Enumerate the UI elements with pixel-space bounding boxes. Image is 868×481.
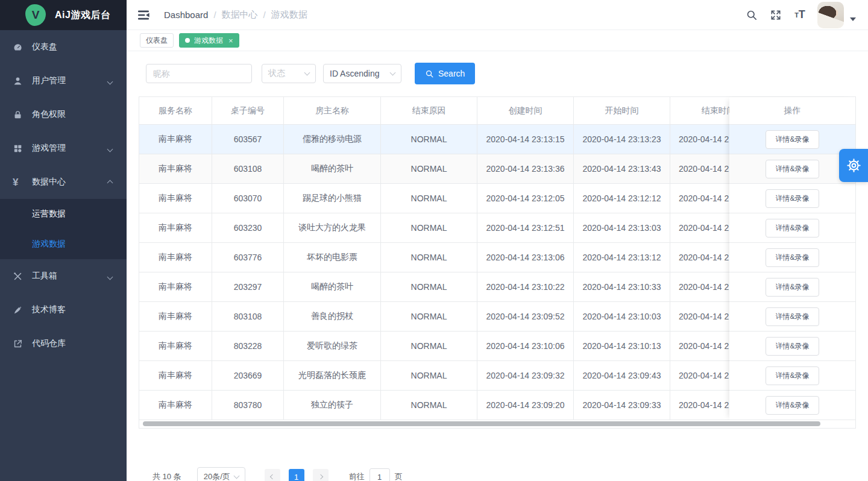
sidebar-item-toolbox[interactable]: 工具箱 xyxy=(0,259,127,293)
detail-record-button[interactable]: 详情&录像 xyxy=(766,278,819,297)
table-row[interactable]: 南丰麻将803228爱听歌的绿茶NORMAL2020-04-14 23:10:0… xyxy=(139,332,767,361)
collapse-menu-icon[interactable] xyxy=(136,8,151,22)
yen-icon: ¥ xyxy=(13,177,23,187)
detail-record-button[interactable]: 详情&录像 xyxy=(766,130,819,149)
table-row[interactable]: 南丰麻将803108善良的拐杖NORMAL2020-04-14 23:09:52… xyxy=(139,302,767,332)
main-area: Dashboard/数据中心/游戏数据 TT 仪表盘游戏数据× 状态 ID As… xyxy=(127,0,868,481)
cell-owner: 儒雅的移动电源 xyxy=(284,125,381,154)
settings-fab[interactable] xyxy=(839,149,868,182)
detail-record-button[interactable]: 详情&录像 xyxy=(766,307,819,326)
sidebar-subitem-game-data[interactable]: 游戏数据 xyxy=(0,229,127,259)
column-header: 服务名称 xyxy=(139,97,212,125)
sort-select[interactable]: ID Ascending xyxy=(323,64,401,83)
action-cell: 详情&录像 xyxy=(729,361,855,391)
search-button[interactable]: Search xyxy=(415,63,475,84)
sidebar-subitem-operation-data[interactable]: 运营数据 xyxy=(0,199,127,229)
cell-owner: 喝醉的茶叶 xyxy=(284,272,381,302)
sidebar-item-label: 游戏管理 xyxy=(32,143,108,154)
action-cell: 详情&录像 xyxy=(729,243,855,272)
sidebar-item-tech-blog[interactable]: 技术博客 xyxy=(0,293,127,327)
search-icon[interactable] xyxy=(745,8,758,22)
page-size-select[interactable]: 20条/页 xyxy=(197,467,245,481)
cell-reason: NORMAL xyxy=(381,302,477,332)
cell-service: 南丰麻将 xyxy=(139,154,212,184)
cell-created: 2020-04-14 23:12:51 xyxy=(477,213,574,243)
sidebar-item-label: 仪表盘 xyxy=(32,42,112,52)
cell-owner: 喝醉的茶叶 xyxy=(284,154,381,184)
cell-created: 2020-04-14 23:09:32 xyxy=(477,361,574,391)
cell-reason: NORMAL xyxy=(381,391,477,420)
font-size-icon[interactable]: TT xyxy=(793,8,807,22)
action-cell: 详情&录像 xyxy=(729,154,855,184)
breadcrumb-separator: / xyxy=(213,10,216,20)
cell-started: 2020-04-14 23:10:33 xyxy=(574,272,670,302)
detail-record-button[interactable]: 详情&录像 xyxy=(766,160,819,178)
lock-icon xyxy=(13,110,23,120)
column-header: 桌子编号 xyxy=(212,97,284,125)
breadcrumb-separator: / xyxy=(263,10,266,20)
cell-started: 2020-04-14 23:09:43 xyxy=(574,361,670,391)
cell-table_no: 203669 xyxy=(212,361,284,391)
horizontal-scrollbar xyxy=(139,420,855,428)
goto-page-unit: 页 xyxy=(395,471,403,481)
cell-created: 2020-04-14 23:13:06 xyxy=(477,243,574,272)
column-header: 创建时间 xyxy=(477,97,574,125)
cell-reason: NORMAL xyxy=(381,272,477,302)
grid-icon xyxy=(13,143,23,154)
tab-label: 游戏数据 xyxy=(194,36,223,46)
goto-page-input[interactable] xyxy=(370,468,390,481)
cell-owner: 爱听歌的绿茶 xyxy=(284,332,381,361)
detail-record-button[interactable]: 详情&录像 xyxy=(766,366,819,385)
caret-down-icon[interactable] xyxy=(850,17,856,21)
prev-page-button[interactable] xyxy=(265,469,280,481)
tools-icon xyxy=(13,271,23,281)
breadcrumb-item[interactable]: Dashboard xyxy=(164,10,208,20)
detail-record-button[interactable]: 详情&录像 xyxy=(766,189,819,208)
action-cell: 详情&录像 xyxy=(729,302,855,332)
detail-record-button[interactable]: 详情&录像 xyxy=(766,219,819,237)
cell-owner: 踢足球的小熊猫 xyxy=(284,184,381,213)
game-data-table: 服务名称桌子编号房主名称结束原因创建时间开始时间结束时间南丰麻将603567儒雅… xyxy=(139,96,856,429)
sidebar-item-label: 工具箱 xyxy=(32,271,108,281)
nickname-input[interactable] xyxy=(146,64,252,83)
table-fixed-action-column: 操作详情&录像详情&录像详情&录像详情&录像详情&录像详情&录像详情&录像详情&… xyxy=(729,97,855,420)
tab-dot-icon xyxy=(185,38,190,43)
cell-owner: 独立的筷子 xyxy=(284,391,381,420)
column-header: 房主名称 xyxy=(284,97,381,125)
action-cell: 详情&录像 xyxy=(729,213,855,243)
pager: 1 xyxy=(265,469,337,481)
detail-record-button[interactable]: 详情&录像 xyxy=(766,248,819,267)
search-button-label: Search xyxy=(438,69,465,78)
table-row[interactable]: 南丰麻将603567儒雅的移动电源NORMAL2020-04-14 23:13:… xyxy=(139,125,767,154)
table-row[interactable]: 南丰麻将603070踢足球的小熊猫NORMAL2020-04-14 23:12:… xyxy=(139,184,767,213)
sidebar-item-data-center[interactable]: ¥数据中心 xyxy=(0,165,127,199)
detail-record-button[interactable]: 详情&录像 xyxy=(766,337,819,356)
table-row[interactable]: 南丰麻将603108喝醉的茶叶NORMAL2020-04-14 23:13:36… xyxy=(139,154,767,184)
tag-tab-inactive[interactable]: 仪表盘 xyxy=(140,33,174,48)
status-select[interactable]: 状态 xyxy=(262,64,316,83)
table-row[interactable]: 南丰麻将603776坏坏的电影票NORMAL2020-04-14 23:13:0… xyxy=(139,243,767,272)
sidebar-item-game-management[interactable]: 游戏管理 xyxy=(0,131,127,165)
action-cell: 详情&录像 xyxy=(729,184,855,213)
tag-tab-active[interactable]: 游戏数据× xyxy=(179,33,239,48)
cell-table_no: 803228 xyxy=(212,332,284,361)
close-icon[interactable]: × xyxy=(228,37,233,45)
sidebar-item-role-permission[interactable]: 角色权限 xyxy=(0,98,127,131)
detail-record-button[interactable]: 详情&录像 xyxy=(766,396,819,415)
sidebar-item-code-repo[interactable]: 代码仓库 xyxy=(0,327,127,360)
table-row[interactable]: 南丰麻将603230谈吐大方的火龙果NORMAL2020-04-14 23:12… xyxy=(139,213,767,243)
page-number-1[interactable]: 1 xyxy=(289,469,304,481)
table-row[interactable]: 南丰麻将203669光明磊落的长颈鹿NORMAL2020-04-14 23:09… xyxy=(139,361,767,391)
table-row[interactable]: 南丰麻将203297喝醉的茶叶NORMAL2020-04-14 23:10:22… xyxy=(139,272,767,302)
horizontal-scrollbar-thumb[interactable] xyxy=(143,421,820,426)
next-page-button[interactable] xyxy=(313,469,329,481)
cell-owner: 善良的拐杖 xyxy=(284,302,381,332)
cell-started: 2020-04-14 23:09:33 xyxy=(574,391,670,420)
fullscreen-icon[interactable] xyxy=(769,8,782,22)
column-header-action: 操作 xyxy=(729,97,855,125)
table-row[interactable]: 南丰麻将803780独立的筷子NORMAL2020-04-14 23:09:20… xyxy=(139,391,767,420)
sidebar-item-dashboard[interactable]: 仪表盘 xyxy=(0,30,127,64)
sidebar-item-user-management[interactable]: 用户管理 xyxy=(0,64,127,98)
action-cell: 详情&录像 xyxy=(729,332,855,361)
user-avatar[interactable] xyxy=(817,2,844,28)
